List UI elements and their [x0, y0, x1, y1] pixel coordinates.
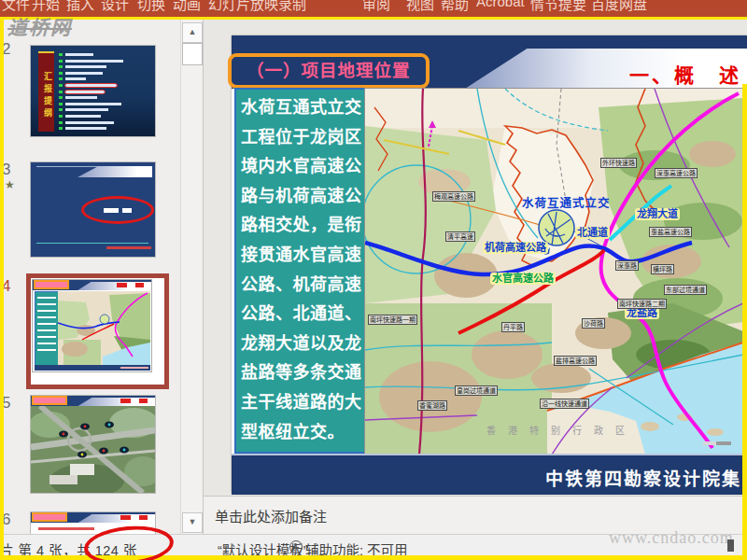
map-label-minor: 盐排高速公路 — [554, 356, 597, 366]
map-label-minor: 沙荷路 — [582, 318, 605, 329]
slide-number-6: 6 — [4, 511, 22, 529]
map-label-minor: 清平高速 — [445, 231, 475, 242]
highlight-border-top — [0, 17, 747, 20]
tab-slideshow[interactable]: 幻灯片放映 — [208, 0, 278, 13]
tiny-red-text-bar — [38, 527, 94, 530]
tab-design[interactable]: 设计 — [101, 0, 129, 13]
tab-baidu-netdisk[interactable]: 百度网盘 — [591, 0, 647, 13]
company-name: 中铁第四勘察设计院集 — [545, 465, 741, 490]
body-line: 接贯通水官高速 — [241, 241, 367, 271]
slide-number-3: 3 — [4, 161, 22, 179]
tab-home[interactable]: 开始 — [32, 0, 60, 13]
tab-acrobat[interactable]: Acrobat — [476, 0, 525, 9]
slide-editing-area: 一、概 述 （一）项目地理位置 水荷互通式立交 工程位于龙岗区 境内水官高速公 … — [204, 20, 747, 493]
ribbon-tab-bar: 文件 开始 插入 设计 切换 动画 幻灯片放映 录制 审阅 视图 帮助 Acro… — [0, 0, 747, 17]
tiny-text-bar — [122, 208, 132, 213]
outline-row — [59, 96, 152, 99]
body-line: 主干线道路的大 — [241, 388, 367, 418]
body-line: 龙翔大道以及龙 — [241, 329, 367, 359]
slide-thumbnail-panel: 2 3 ★ 4 5 6 汇报提纲 — [4, 20, 180, 534]
tab-help[interactable]: 帮助 — [441, 0, 469, 13]
mini-slide-header — [31, 512, 155, 523]
tiny-text-bar — [104, 208, 119, 213]
map-label-minor: 沿一线快速通道 — [540, 399, 589, 409]
site-url-watermark: www.cndao.com — [609, 528, 734, 548]
slide-number-2: 2 — [4, 40, 22, 59]
highlight-border-left — [0, 17, 4, 560]
map-label-interchange: 水荷互通式立交 — [522, 193, 611, 211]
map-label-minor: 惠盐高速公路 — [649, 227, 692, 237]
slide-canvas[interactable]: 一、概 述 （一）项目地理位置 水荷互通式立交 工程位于龙岗区 境内水官高速公 … — [232, 35, 747, 493]
tab-record[interactable]: 录制 — [278, 0, 306, 13]
mini-map — [58, 291, 150, 365]
map-label-minor: 横坪路 — [651, 264, 674, 274]
map-label-shuiguan-expressway: 水官高速公路 — [490, 273, 556, 285]
scrollbar-thumb[interactable] — [182, 43, 203, 65]
slide-thumbnail-4-selected[interactable] — [26, 273, 169, 389]
body-line: 路相交处，是衔 — [241, 211, 367, 241]
outline-row — [59, 91, 152, 93]
mini-footer — [35, 365, 150, 371]
outline-row — [59, 53, 152, 56]
section-title[interactable]: 一、概 述 — [629, 60, 741, 88]
outline-rows — [59, 53, 152, 133]
map-label-minor: 丹平路 — [501, 322, 525, 332]
map-label-minor: 东部过境通道 — [664, 285, 707, 295]
tab-view[interactable]: 视图 — [406, 0, 434, 13]
outline-row — [59, 77, 152, 80]
body-line: 境内水官高速公 — [241, 152, 367, 182]
body-line: 路与机荷高速公 — [241, 182, 367, 212]
map-label-minor: 深惠路 — [615, 260, 639, 271]
mini-slide-header — [33, 280, 151, 290]
map-label-north-channel: 北通道 — [575, 227, 610, 239]
outline-row — [59, 103, 152, 105]
swoosh-shape — [78, 166, 152, 177]
animation-star-icon: ★ — [5, 178, 15, 191]
tab-insert[interactable]: 插入 — [66, 0, 94, 13]
map-label-jihe-expressway: 机荷高速公路 — [483, 242, 548, 254]
red-ellipse-shape — [81, 196, 154, 224]
slide-number-5: 5 — [4, 394, 22, 413]
highlight-border-right — [742, 84, 747, 560]
outline-row — [59, 65, 152, 68]
slide-thumbnail-3[interactable] — [30, 161, 156, 258]
body-line: 盐路等多条交通 — [241, 358, 367, 388]
mini-text-box — [35, 291, 59, 367]
map-label-minor: 梅观高速公路 — [432, 191, 475, 202]
map-label-minor: 深惠高速公路 — [655, 168, 698, 178]
outline-row — [59, 115, 152, 118]
map-label-minor: 南坪快速路一期 — [368, 315, 417, 325]
tab-transitions[interactable]: 切换 — [137, 0, 165, 13]
body-line: 公路、北通道、 — [241, 300, 367, 329]
scroll-down-button[interactable]: ▼ — [182, 512, 203, 533]
site-logo-watermark: 道桥网 — [7, 12, 72, 40]
tab-file[interactable]: 文件 — [2, 0, 30, 13]
tab-storyboard[interactable]: 情节提要 — [530, 0, 586, 13]
body-line: 工程位于龙岗区 — [241, 123, 367, 153]
outline-row — [59, 121, 152, 124]
slide-title-badge[interactable]: （一）项目地理位置 — [228, 53, 430, 89]
outline-row — [59, 108, 152, 111]
thumbnail-scrollbar[interactable]: ▲ ▼ — [180, 20, 203, 534]
map-label-longxiang-avenue: 龙翔大道 — [635, 208, 680, 220]
outline-row — [59, 60, 152, 63]
outline-row — [59, 127, 152, 130]
map-label-minor: 香蜜湖路 — [417, 400, 447, 411]
body-line: 水荷互通式立交 — [241, 93, 367, 123]
map-label-minor: 外环快速路 — [600, 158, 637, 168]
tab-animations[interactable]: 动画 — [173, 0, 201, 13]
body-text-box[interactable]: 水荷互通式立交 工程位于龙岗区 境内水官高速公 路与机荷高速公 路相交处，是衔 … — [234, 88, 369, 454]
outline-row — [59, 84, 152, 87]
decor-line — [36, 243, 148, 244]
scroll-up-button[interactable]: ▲ — [182, 22, 203, 43]
map-label-minor: 南坪快速路二期 — [617, 299, 667, 309]
powerpoint-window: 文件 开始 插入 设计 切换 动画 幻灯片放映 录制 审阅 视图 帮助 Acro… — [0, 0, 747, 560]
location-map[interactable]: 水荷互通式立交 机荷高速公路 水官高速公路 北通道 龙翔大道 龙盐路 梅观高速公… — [364, 88, 744, 455]
slide-thumbnail-5[interactable] — [30, 395, 156, 494]
outline-banner: 汇报提纲 — [38, 51, 54, 132]
map-label-minor: 皇岗过境通道 — [455, 385, 498, 396]
body-line: 型枢纽立交。 — [241, 418, 367, 448]
slide-thumbnail-2[interactable]: 汇报提纲 — [30, 45, 156, 137]
tab-review[interactable]: 审阅 — [362, 0, 390, 13]
tiny-red-text-bar — [106, 246, 151, 249]
